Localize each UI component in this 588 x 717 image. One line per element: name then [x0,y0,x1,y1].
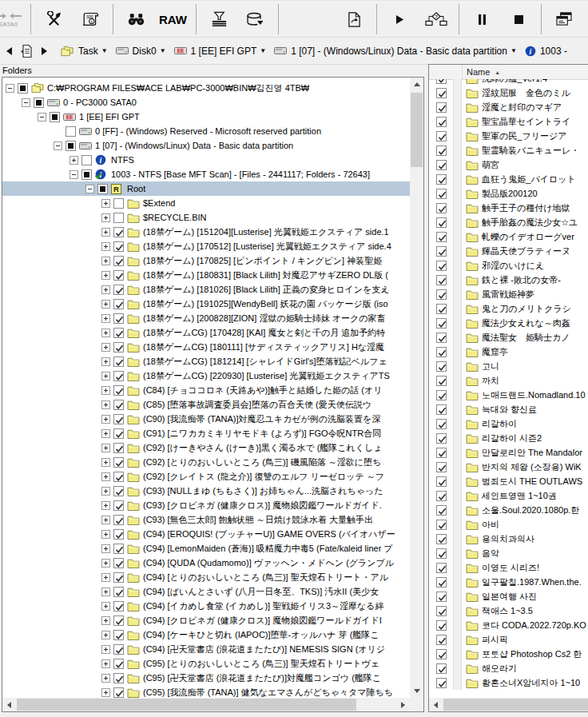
tree-checkbox[interactable] [113,414,124,424]
list-item[interactable]: 세인트영맨 1~10권 [429,488,588,503]
tree-checkbox[interactable] [18,83,28,94]
tree-row[interactable]: $RECYCLE.BIN [2,210,410,225]
tree-row[interactable]: (C94) [卍天堂書店 (浪花道またたび)] NEMESIS SIGN (オリ… [2,642,410,656]
forward-button[interactable] [35,41,53,62]
expand-toggle[interactable] [101,544,110,553]
tree-checkbox[interactable] [113,529,124,540]
expand-toggle[interactable] [101,199,110,208]
list-item[interactable]: 반지의 제왕 (소장용) WiK [429,460,588,474]
tree-row[interactable]: (C94) [とりのおいしいところ (鳥三)] 聖天煌石トリート・アル [2,570,410,584]
scroll-up-arrow[interactable] [410,78,423,91]
list-checkbox[interactable] [436,289,447,300]
expand-toggle[interactable] [101,386,110,395]
sata0-port-button[interactable]: SATA0 [0,2,22,36]
expand-toggle[interactable] [101,329,110,337]
list-checkbox[interactable] [436,448,447,458]
tree-row[interactable]: (C94) [ケーキひと切れ (IAPOC)]堕華-オッルハナ 芽 (艦隊こ [2,627,410,642]
tree-row[interactable]: 1 [07] - (Windows/Linux) Data - Basic da… [2,138,410,153]
tree-checkbox[interactable] [66,126,76,137]
tree-checkbox[interactable] [113,227,124,237]
list-item[interactable]: 淫魔と封印のマギア [429,100,588,114]
tree-row[interactable]: (18禁ゲーム) [200828][ZION] 淫獄の姫騎士姉妹 オークの家畜 [2,311,410,325]
tree-row[interactable]: C:₩PROGRAM FILES₩ACE LAB₩PC-3000₩BIN₩김진영… [2,81,410,95]
tree-checkbox[interactable] [113,615,124,626]
breadcrumb-item-1[interactable]: Disk0▼ [116,46,166,57]
breadcrumb-item-4[interactable]: i1003 - [525,46,567,57]
raw-search-button[interactable]: RAW [159,2,187,36]
tree-row[interactable]: (18禁ゲーム) [181026] [Black Lilith] 正義の変身ヒロ… [2,282,410,297]
tree-checkbox[interactable] [113,270,124,281]
tree-checkbox[interactable] [113,687,124,698]
list-item[interactable]: 風雷戦姫神夢 [429,287,588,301]
list-checkbox[interactable] [436,79,447,84]
list-checkbox[interactable] [436,361,447,372]
tree-row[interactable]: (C92) [とりのおいしいところ (鳥三)] 磯風陥落 ～淫欲に堕ち [2,455,410,469]
tree-checkbox[interactable] [113,213,124,223]
tree-row[interactable]: RRoot [2,181,410,196]
list-checkbox[interactable] [436,88,447,98]
expand-toggle[interactable] [101,674,110,683]
list-item[interactable]: 노매드랜드.Nomadland.10 [429,388,588,402]
chevron-down-icon[interactable]: ▼ [511,47,517,54]
expand-toggle[interactable] [101,602,110,611]
cascade-windows-button[interactable] [550,2,578,36]
list-item[interactable]: 聖宝晶華セイントライ [429,114,588,129]
expand-toggle[interactable] [101,213,110,222]
stop-button[interactable] [505,2,532,36]
refresh-page-button[interactable] [18,41,35,62]
tree-checkbox[interactable] [34,98,44,108]
breadcrumb-item-2[interactable]: EE1 [EE] EFI GPT▼ [174,46,267,57]
chevron-down-icon[interactable]: ▼ [260,47,266,54]
list-item[interactable]: 까치 [429,373,588,388]
tree-checkbox[interactable] [113,472,124,482]
tree-vscroll-thumb[interactable] [411,93,423,167]
list-hscroll-thumb[interactable] [443,699,588,711]
list-checkbox[interactable] [436,476,447,487]
tree-row[interactable]: 0 [FF] - (Windows) Reserved - Microsoft … [2,124,410,138]
list-item[interactable]: 황혼소녀X암네지아 1~10 [429,675,588,690]
list-checkbox[interactable] [436,419,447,429]
list-item[interactable]: 沈緑の艦_Ver1.4 [429,79,588,86]
tree-row[interactable]: (18禁ゲームCG) [170428] [KAI] 魔女と剣と千の月 追加予約特 [2,325,410,340]
tree-checkbox[interactable] [113,256,124,266]
list-item[interactable]: 鉄と裸 -敗北の女帝- [429,273,588,287]
list-checkbox[interactable] [436,635,447,645]
chevron-down-icon[interactable]: ▼ [101,47,108,54]
pause-button[interactable] [468,2,495,36]
tree-vertical-scrollbar[interactable] [410,78,423,698]
tree-checkbox[interactable] [113,385,124,396]
list-item[interactable]: 萌宮 [429,157,588,172]
expand-toggle[interactable] [101,688,110,697]
tree-row[interactable]: (C92) [クレイトス (龍之介)] 復讐のエルフ リーゼロッテ ～フ [2,469,410,484]
expand-toggle[interactable] [101,444,110,452]
list-checkbox[interactable] [436,649,447,659]
filter-funnel-button[interactable] [205,2,232,36]
list-checkbox[interactable] [436,117,447,127]
tree-checkbox[interactable] [113,400,124,410]
expand-toggle[interactable] [101,472,110,481]
tree-checkbox[interactable] [113,601,124,611]
tree-row[interactable]: (18禁ゲーム) [191025][WendyBell] 妖花の園 パッケージ版… [2,297,410,311]
list-item[interactable]: 触手王子の種付け地獄 [429,201,588,215]
list-checkbox[interactable] [436,548,447,559]
breadcrumb-item-0[interactable]: Task▼ [61,46,108,57]
list-checkbox[interactable] [436,203,447,213]
expand-toggle[interactable] [101,271,110,280]
list-item[interactable]: 일본여행 사진 [429,589,588,603]
tree-row[interactable]: (C95) [とりのおいしいところ (鳥三)] 聖天煌石トリートヴェ [2,656,410,671]
tree-checkbox[interactable] [113,572,124,583]
list-checkbox[interactable] [436,246,447,257]
tree-hscroll-thumb[interactable] [17,699,356,711]
list-item[interactable]: 용의치과의사 [429,532,588,546]
list-checkbox[interactable] [436,620,447,631]
list-checkbox[interactable] [436,462,447,472]
tree-checkbox[interactable] [113,443,124,453]
collapse-toggle[interactable] [22,98,30,107]
collapse-toggle[interactable] [38,113,46,121]
list-item[interactable]: 리갈하이 [429,416,588,431]
expand-toggle[interactable] [101,559,110,568]
list-checkbox[interactable] [436,275,447,285]
list-item[interactable]: 소울.Soul.2020.1080p.한 [429,503,588,517]
tools-button[interactable] [40,2,67,36]
tree-checkbox[interactable] [113,659,124,669]
